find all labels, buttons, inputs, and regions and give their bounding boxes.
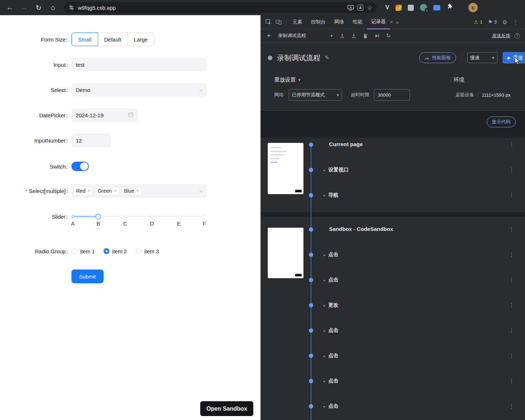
radio-circle-checked[interactable] bbox=[104, 248, 109, 254]
slider-mark-c[interactable]: C bbox=[123, 220, 127, 227]
tab-recorder[interactable]: 记录器 bbox=[367, 15, 390, 29]
step-menu-icon[interactable]: ⋮ bbox=[508, 226, 515, 233]
switch-toggle[interactable] bbox=[71, 162, 89, 171]
url-text[interactable]: w9fqg5.csb.app bbox=[78, 5, 116, 11]
expand-arrow-icon[interactable]: ▸ bbox=[324, 168, 325, 172]
extensions-puzzle-icon[interactable] bbox=[446, 4, 453, 12]
home-icon[interactable]: ⌂ bbox=[47, 1, 59, 14]
expand-arrow-icon[interactable]: ▸ bbox=[324, 253, 325, 257]
step-set-viewport[interactable]: ▸ 设置视口 bbox=[324, 167, 349, 173]
settings-gear-icon[interactable]: ⚙ bbox=[502, 19, 507, 26]
send-feedback-link[interactable]: 发送反馈 bbox=[492, 33, 510, 39]
section-title-sandbox[interactable]: Sandbox - CodeSandbox bbox=[329, 226, 393, 232]
step-click-3[interactable]: ▸ 点击 bbox=[324, 327, 338, 334]
size-option-large[interactable]: Large bbox=[127, 32, 154, 46]
warning-icon[interactable]: ⚠ bbox=[474, 19, 478, 25]
slider-control[interactable]: A B C D E F bbox=[71, 210, 206, 223]
show-code-button[interactable]: 显示代码 bbox=[487, 117, 516, 127]
step-click-2[interactable]: ▸ 点击 bbox=[324, 277, 338, 283]
expand-arrow-icon[interactable]: ▸ bbox=[324, 354, 325, 358]
tab-network[interactable]: 网络 bbox=[330, 15, 349, 29]
slider-mark-f[interactable]: F bbox=[203, 220, 206, 227]
expand-arrow-icon[interactable]: ▸ bbox=[324, 193, 325, 197]
edit-title-icon[interactable]: ✎ bbox=[325, 54, 329, 61]
slider-dot[interactable] bbox=[124, 215, 127, 218]
slider-dot[interactable] bbox=[150, 215, 153, 218]
profile-avatar[interactable]: c bbox=[468, 3, 478, 12]
step-menu-icon[interactable]: ⋮ bbox=[508, 141, 515, 148]
more-tabs-icon[interactable]: » bbox=[393, 19, 402, 25]
step-menu-icon[interactable]: ⋮ bbox=[508, 327, 515, 334]
replay-speed-select[interactable]: 慢速 ▾ bbox=[467, 52, 498, 63]
tag-remove-icon[interactable]: × bbox=[114, 188, 117, 193]
close-tab-icon[interactable]: × bbox=[390, 19, 393, 25]
step-click-6[interactable]: ▸ 点击 bbox=[324, 403, 338, 410]
issues-flag-icon[interactable]: ⚑ bbox=[488, 19, 493, 25]
expand-arrow-icon[interactable]: ▸ bbox=[324, 303, 325, 307]
inspect-element-icon[interactable] bbox=[263, 17, 274, 27]
step-menu-icon[interactable]: ⋮ bbox=[508, 377, 515, 384]
step-menu-icon[interactable]: ⋮ bbox=[508, 352, 515, 359]
extension-v-icon[interactable]: V bbox=[385, 4, 389, 11]
step-click-1[interactable]: ▸ 点击 bbox=[324, 251, 338, 258]
slider-mark-a[interactable]: A bbox=[71, 220, 75, 227]
rerecord-icon[interactable]: ↻ bbox=[383, 31, 393, 40]
recording-select[interactable]: 录制调试流程 ▾ bbox=[275, 31, 336, 40]
step-click-4[interactable]: ▸ 点击 bbox=[324, 353, 338, 359]
reload-icon[interactable]: ↻ bbox=[32, 1, 45, 14]
radio-item-2[interactable]: item 2 bbox=[104, 248, 127, 254]
datepicker-field[interactable]: 2024-12-19 bbox=[71, 108, 138, 122]
number-input[interactable] bbox=[71, 134, 111, 147]
forward-icon[interactable]: → bbox=[18, 1, 30, 14]
bookmark-star-icon[interactable]: ☆ bbox=[367, 4, 372, 12]
step-menu-icon[interactable]: ⋮ bbox=[508, 302, 515, 309]
back-icon[interactable]: ← bbox=[4, 1, 16, 14]
import-recording-icon[interactable] bbox=[337, 31, 347, 40]
install-app-icon[interactable] bbox=[347, 5, 354, 10]
extension-icon-blue[interactable] bbox=[433, 5, 440, 10]
slider-dot[interactable] bbox=[71, 215, 74, 218]
step-menu-icon[interactable]: ⋮ bbox=[508, 251, 515, 258]
radio-item-3[interactable]: item 3 bbox=[136, 248, 159, 254]
step-click-5[interactable]: ▸ 点击 bbox=[324, 378, 338, 384]
delete-recording-icon[interactable] bbox=[360, 31, 370, 40]
tab-console[interactable]: 控制台 bbox=[307, 15, 330, 29]
open-sandbox-button[interactable]: Open Sandbox bbox=[200, 401, 253, 416]
step-menu-icon[interactable]: ⋮ bbox=[508, 276, 515, 283]
tab-performance[interactable]: 性能 bbox=[349, 15, 367, 29]
size-option-small[interactable]: Small bbox=[71, 32, 98, 46]
extension-icon-gray[interactable] bbox=[408, 5, 414, 11]
timeout-input[interactable] bbox=[374, 89, 410, 101]
step-navigate[interactable]: ▸ 导航 bbox=[324, 192, 338, 198]
tag-remove-icon[interactable]: × bbox=[136, 188, 139, 193]
submit-button[interactable]: Submit bbox=[71, 270, 104, 283]
expand-arrow-icon[interactable]: ▸ bbox=[324, 329, 325, 333]
throttle-select[interactable]: 已停用节流模式 ▾ bbox=[289, 89, 342, 101]
translate-icon[interactable]: A bbox=[358, 5, 363, 10]
radio-item-1[interactable]: item 1 bbox=[71, 248, 95, 254]
tag-remove-icon[interactable]: × bbox=[88, 188, 90, 193]
select-field[interactable]: Demo bbox=[71, 83, 207, 97]
device-toolbar-icon[interactable] bbox=[274, 17, 284, 27]
export-recording-icon[interactable] bbox=[349, 31, 359, 40]
slider-dot[interactable] bbox=[203, 215, 206, 218]
multiselect-field[interactable]: Red × Green × Blue × bbox=[71, 184, 207, 198]
expand-arrow-icon[interactable]: ▸ bbox=[324, 278, 325, 282]
radio-circle[interactable] bbox=[71, 248, 77, 254]
step-change[interactable]: ▸ 更改 bbox=[324, 302, 338, 309]
slider-mark-e[interactable]: E bbox=[177, 220, 181, 227]
size-option-default[interactable]: Default bbox=[98, 32, 128, 46]
address-bar[interactable]: w9fqg5.csb.app A ☆ bbox=[64, 2, 377, 13]
tab-elements[interactable]: 元素 bbox=[288, 15, 307, 29]
extension-icon-colorful[interactable] bbox=[395, 5, 402, 11]
add-recording-icon[interactable]: + bbox=[264, 32, 274, 40]
extension-avatar-icon[interactable]: 1 bbox=[420, 4, 427, 11]
slider-dot[interactable] bbox=[178, 215, 180, 218]
text-input[interactable] bbox=[71, 58, 207, 71]
expand-arrow-icon[interactable]: ▸ bbox=[324, 404, 325, 408]
slider-mark-d[interactable]: D bbox=[150, 220, 154, 227]
section-title-current-page[interactable]: Current page bbox=[329, 141, 363, 147]
step-menu-icon[interactable]: ⋮ bbox=[508, 166, 515, 173]
site-settings-icon[interactable] bbox=[69, 5, 74, 10]
performance-panel-button[interactable]: 性能面板 bbox=[419, 52, 456, 63]
